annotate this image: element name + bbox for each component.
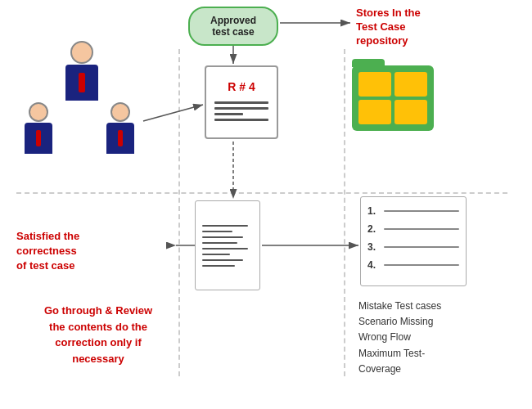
numbered-list: 1. 2. 3. 4.	[360, 196, 467, 286]
lower-line-8	[202, 265, 235, 267]
mistake-line2: Scenario Missing	[358, 314, 441, 330]
lower-line-4	[202, 242, 237, 244]
gothrough-line2: the contents do the	[16, 319, 180, 335]
approved-line1: Approved	[210, 15, 256, 26]
person-3-tie	[118, 130, 123, 146]
folder-cell-4	[394, 100, 427, 124]
list-num-3: 3.	[367, 241, 381, 253]
satisfied-line2: correctness	[16, 244, 79, 258]
folder-icon	[352, 65, 434, 131]
person-2-head	[29, 102, 48, 122]
list-num-1: 1.	[367, 205, 381, 217]
list-item-1: 1.	[367, 205, 459, 217]
gothrough-text: Go through & Review the contents do the …	[16, 303, 180, 366]
doc-lines	[213, 98, 270, 124]
gothrough-line4: necessary	[16, 351, 180, 367]
list-item-4: 4.	[367, 259, 459, 271]
person-2	[25, 102, 52, 154]
doc-line-3	[214, 113, 243, 115]
list-num-2: 2.	[367, 223, 381, 235]
lower-line-1	[202, 225, 248, 227]
lower-line-2	[202, 231, 232, 232]
list-dash-2	[384, 228, 459, 230]
lower-line-5	[202, 248, 248, 249]
document-lower	[195, 200, 260, 290]
vertical-divider-2	[344, 49, 345, 376]
mistake-line4: Maximum Test-	[358, 346, 441, 362]
svg-line-4	[143, 105, 203, 121]
list-item-2: 2.	[367, 223, 459, 235]
lower-line-6	[202, 254, 230, 255]
folder-cell-1	[358, 72, 391, 97]
person-1	[65, 41, 98, 101]
approved-line2: test case	[212, 26, 254, 38]
satisfied-text: Satisfied the correctness of test case	[16, 229, 79, 274]
list-dash-1	[384, 210, 459, 212]
folder-cell-3	[358, 100, 391, 124]
approved-bubble: Approved test case	[188, 7, 278, 46]
stores-line1: Stores In the	[356, 7, 421, 20]
person-1-tie	[79, 73, 85, 92]
gothrough-line3: correction only if	[16, 335, 180, 351]
mistake-line5: Coverage	[358, 362, 441, 377]
person-2-body	[25, 123, 52, 154]
doc-line-4	[214, 119, 268, 121]
horizontal-divider	[16, 192, 507, 194]
gothrough-line1: Go through & Review	[16, 303, 180, 319]
list-item-3: 3.	[367, 241, 459, 253]
mistake-line1: Mistake Test cases	[358, 299, 441, 314]
document-r4: R # 4	[205, 65, 278, 139]
stores-text: Stores In the Test Case repository	[356, 7, 421, 48]
folder-cell-2	[394, 72, 427, 97]
person-3-head	[110, 102, 130, 122]
person-2-tie	[36, 130, 41, 146]
lower-line-7	[202, 259, 243, 261]
lower-line-3	[202, 236, 243, 238]
satisfied-line1: Satisfied the	[16, 229, 79, 244]
mistake-line3: Wrong Flow	[358, 330, 441, 345]
stores-line2: Test Case	[356, 20, 421, 34]
list-num-4: 4.	[367, 259, 381, 271]
person-1-head	[70, 41, 93, 64]
stores-line3: repository	[356, 34, 421, 48]
doc-line-2	[214, 107, 268, 110]
doc-title: R # 4	[228, 80, 255, 93]
mistake-text: Mistake Test cases Scenario Missing Wron…	[358, 299, 441, 377]
person-3-body	[106, 123, 134, 154]
list-dash-4	[384, 264, 459, 266]
person-3	[106, 102, 134, 154]
doc-line-1	[214, 101, 268, 104]
list-dash-3	[384, 246, 459, 248]
main-container: Approved test case Stores In the Test Ca…	[0, 0, 532, 409]
person-1-body	[65, 65, 98, 101]
satisfied-line3: of test case	[16, 258, 79, 273]
